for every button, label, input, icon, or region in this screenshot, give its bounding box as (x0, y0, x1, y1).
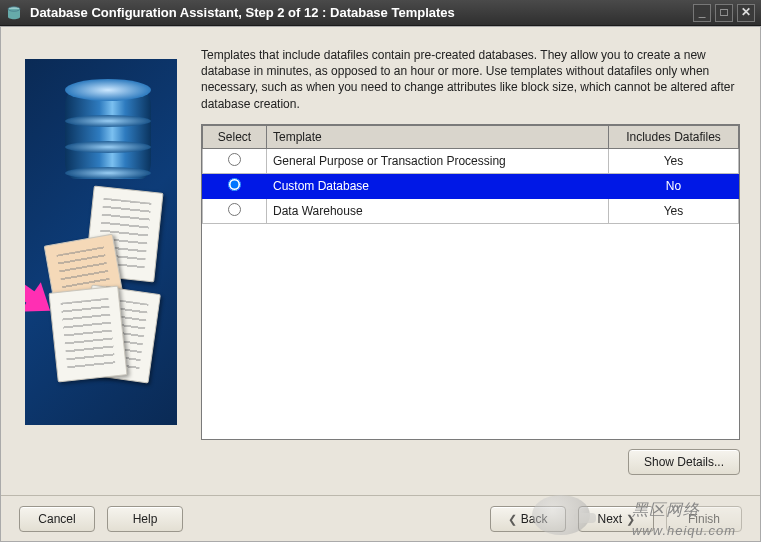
minimize-button[interactable]: _ (693, 4, 711, 22)
next-button[interactable]: Next ❯ (578, 506, 654, 532)
side-illustration (25, 59, 177, 425)
intro-text: Templates that include datafiles contain… (201, 47, 740, 112)
col-header-template[interactable]: Template (267, 125, 609, 148)
select-cell[interactable] (203, 198, 267, 223)
template-radio[interactable] (228, 178, 241, 191)
includes-cell: Yes (609, 148, 739, 173)
window-titlebar: Database Configuration Assistant, Step 2… (0, 0, 761, 26)
show-details-button[interactable]: Show Details... (628, 449, 740, 475)
template-cell: Custom Database (267, 173, 609, 198)
back-button[interactable]: ❮ Back (490, 506, 566, 532)
chevron-right-icon: ❯ (626, 513, 635, 525)
next-label: Next (597, 512, 622, 526)
finish-button[interactable]: Finish (666, 506, 742, 532)
app-icon (6, 5, 22, 21)
template-cell: Data Warehouse (267, 198, 609, 223)
close-button[interactable]: ✕ (737, 4, 755, 22)
maximize-button[interactable]: □ (715, 4, 733, 22)
select-cell[interactable] (203, 148, 267, 173)
table-row[interactable]: General Purpose or Transaction Processin… (203, 148, 739, 173)
details-row: Show Details... (628, 449, 740, 475)
col-header-select[interactable]: Select (203, 125, 267, 148)
template-cell: General Purpose or Transaction Processin… (267, 148, 609, 173)
includes-cell: Yes (609, 198, 739, 223)
select-cell[interactable] (203, 173, 267, 198)
template-radio[interactable] (228, 153, 241, 166)
col-header-includes[interactable]: Includes Datafiles (609, 125, 739, 148)
chevron-left-icon: ❮ (508, 513, 517, 525)
table-row[interactable]: Custom DatabaseNo (203, 173, 739, 198)
help-button[interactable]: Help (107, 506, 183, 532)
templates-table: Select Template Includes Datafiles Gener… (201, 124, 740, 440)
includes-cell: No (609, 173, 739, 198)
cancel-button[interactable]: Cancel (19, 506, 95, 532)
table-row[interactable]: Data WarehouseYes (203, 198, 739, 223)
window-body: Templates that include datafiles contain… (0, 26, 761, 542)
wizard-footer: Cancel Help ❮ Back Next ❯ Finish (1, 495, 760, 541)
template-radio[interactable] (228, 203, 241, 216)
window-title: Database Configuration Assistant, Step 2… (30, 5, 689, 20)
database-cylinder-icon (65, 79, 151, 189)
back-label: Back (521, 512, 548, 526)
main-content: Templates that include datafiles contain… (201, 47, 740, 451)
page-icon (48, 286, 127, 383)
